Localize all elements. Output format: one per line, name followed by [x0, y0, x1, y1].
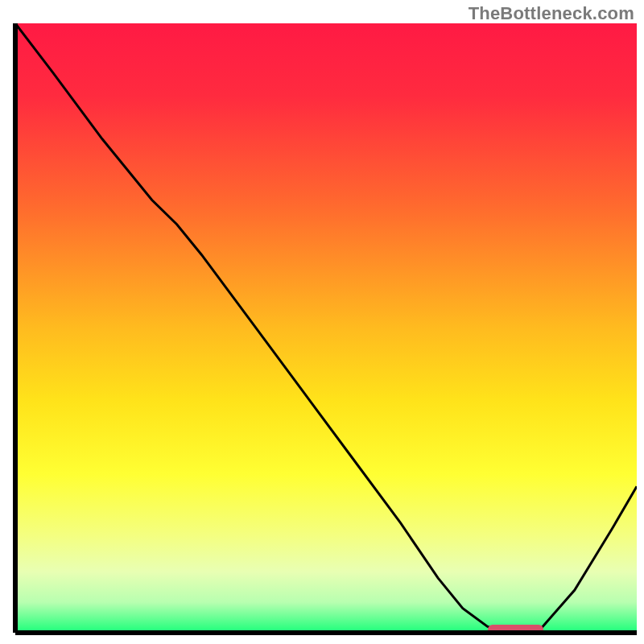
watermark-label: TheBottleneck.com: [469, 3, 634, 24]
plot-area: [15, 23, 637, 633]
bottleneck-curve-path: [15, 23, 637, 633]
bottleneck-chart: TheBottleneck.com: [0, 0, 644, 644]
optimal-range-marker: [488, 625, 543, 633]
curve-layer: [15, 23, 637, 633]
